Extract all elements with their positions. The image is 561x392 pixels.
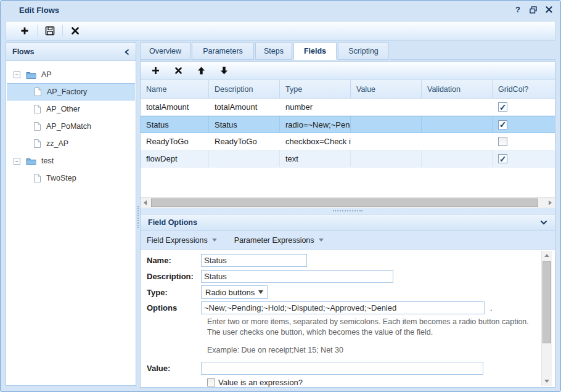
value-expression-label: Value is an expression? (218, 378, 303, 387)
right-arrow-icon (549, 200, 552, 205)
document-icon (33, 104, 41, 114)
select-arrow-icon (258, 290, 263, 294)
add-field-button[interactable] (148, 63, 163, 78)
help-icon: ? (515, 5, 520, 14)
gridcol-checkbox[interactable] (498, 137, 507, 146)
name-field[interactable] (201, 254, 307, 267)
fields-table-header: Name Description Type Value Validation G… (141, 80, 555, 99)
gridcol-checkbox[interactable]: ✓ (498, 154, 507, 163)
tree-item-label: AP_Other (46, 105, 80, 113)
tab-parameters[interactable]: Parameters (192, 43, 254, 60)
value-field[interactable] (201, 362, 483, 375)
type-select[interactable]: Radio buttons (201, 285, 268, 299)
tree-folder-ap[interactable]: − AP (6, 66, 136, 83)
table-row-flowdept[interactable]: flowDept text ✓ (141, 150, 555, 168)
dropdown-arrow-icon (319, 239, 324, 242)
tab-overview[interactable]: Overview (140, 43, 190, 60)
tree-item-ap-factory[interactable]: AP_Factory (7, 83, 135, 100)
options-field[interactable] (201, 301, 485, 314)
help-button[interactable]: ? (514, 5, 522, 14)
titlebar: Edit Flows ? (1, 1, 560, 19)
field-options-form: Name: Description: Type: Radio buttons O… (141, 250, 555, 387)
add-icon (152, 67, 160, 75)
move-field-down-button[interactable] (216, 63, 231, 78)
tree-item-label: AP_PoMatch (46, 122, 91, 131)
up-arrow-icon (544, 254, 549, 257)
scroll-down-arrow[interactable] (542, 377, 552, 386)
field-expressions-menu[interactable]: Field Expressions (147, 236, 217, 245)
vertical-scroll-thumb[interactable] (543, 261, 551, 343)
vertical-scroll-track[interactable] (542, 260, 552, 377)
description-field[interactable] (201, 270, 393, 283)
tabstrip-filler (390, 43, 555, 60)
restore-button[interactable] (529, 5, 538, 14)
type-select-value: Radio buttons (205, 288, 255, 297)
flows-panel-header: Flows (6, 43, 136, 61)
vertical-scrollbar[interactable] (541, 251, 552, 386)
folder-icon (26, 157, 36, 165)
field-options-header: Field Options (141, 214, 555, 231)
gridcol-checkbox[interactable]: ✓ (498, 102, 507, 112)
options-suffix: . (490, 303, 493, 312)
parameter-expressions-menu[interactable]: Parameter Expressions (234, 236, 324, 245)
delete-icon (175, 67, 182, 74)
tab-scripting[interactable]: Scripting (338, 43, 389, 60)
window-title: Edit Flows (19, 6, 59, 15)
options-label: Options (147, 303, 201, 312)
document-icon (33, 139, 41, 149)
tree-item-ap-pomatch[interactable]: AP_PoMatch (6, 118, 136, 135)
table-row-readytogo[interactable]: ReadyToGo ReadyToGo checkbox=Check if it (141, 133, 555, 150)
options-example-text: Example: Due on receipt;Net 15; Net 30 (207, 346, 555, 354)
chevron-down-icon[interactable] (540, 220, 547, 225)
horizontal-scrollbar[interactable] (141, 197, 555, 208)
tree-item-twostep[interactable]: TwoStep (6, 169, 136, 187)
horizontal-scroll-thumb[interactable] (151, 198, 538, 207)
document-icon (34, 87, 42, 97)
horizontal-scroll-track[interactable] (150, 198, 546, 208)
column-header-validation[interactable]: Validation (422, 80, 493, 98)
column-header-name[interactable]: Name (141, 80, 209, 98)
options-help-text: Enter two or more items, separated by se… (207, 317, 555, 338)
tree-folder-test[interactable]: − test (6, 152, 136, 169)
scroll-left-arrow[interactable] (141, 198, 150, 208)
tree-item-zz-ap[interactable]: zz_AP (6, 135, 136, 152)
field-options-title: Field Options (148, 218, 197, 227)
edit-flows-window: Edit Flows ? Flows (0, 0, 561, 392)
tree-folder-label: test (41, 157, 54, 165)
move-up-icon (197, 67, 205, 75)
document-icon (33, 121, 41, 131)
collapse-node-icon[interactable]: − (14, 158, 20, 165)
fields-toolbar (141, 62, 555, 80)
column-header-description[interactable]: Description (209, 80, 280, 98)
collapse-node-icon[interactable]: − (14, 71, 20, 78)
left-arrow-icon (144, 200, 147, 205)
add-flow-button[interactable] (12, 23, 37, 39)
column-header-value[interactable]: Value (351, 80, 422, 98)
flows-panel-title: Flows (12, 47, 34, 56)
gridcol-checkbox[interactable]: ✓ (498, 120, 507, 129)
collapse-sidebar-icon[interactable] (125, 49, 129, 55)
scroll-right-arrow[interactable] (546, 198, 555, 208)
column-header-type[interactable]: Type (280, 80, 351, 98)
field-options-splitter[interactable] (141, 208, 555, 214)
table-empty-area (141, 168, 555, 197)
scroll-up-arrow[interactable] (542, 251, 552, 260)
flows-tree: − AP AP_Factory AP_Other (6, 61, 136, 187)
tree-folder-label: AP (41, 70, 52, 79)
table-row-totalamount[interactable]: totalAmount totalAmount number ✓ (141, 99, 555, 116)
description-label: Description: (147, 272, 201, 281)
table-row-status[interactable]: Status Status radio=~New;~Pendi ✓ (141, 116, 555, 133)
save-button[interactable] (38, 23, 62, 39)
tree-item-ap-other[interactable]: AP_Other (6, 100, 136, 118)
tree-item-label: zz_AP (46, 139, 68, 148)
delete-field-button[interactable] (171, 63, 186, 78)
value-label: Value: (147, 364, 201, 373)
column-header-gridcol[interactable]: GridCol? (493, 80, 555, 98)
delete-flow-button[interactable] (63, 23, 88, 39)
tab-steps[interactable]: Steps (255, 43, 292, 60)
value-expression-checkbox[interactable] (207, 378, 215, 386)
tab-fields[interactable]: Fields (293, 43, 337, 60)
flow-detail-panel: Overview Parameters Steps Fields Scripti… (140, 43, 555, 386)
move-field-up-button[interactable] (194, 63, 208, 78)
close-button[interactable] (544, 5, 553, 14)
